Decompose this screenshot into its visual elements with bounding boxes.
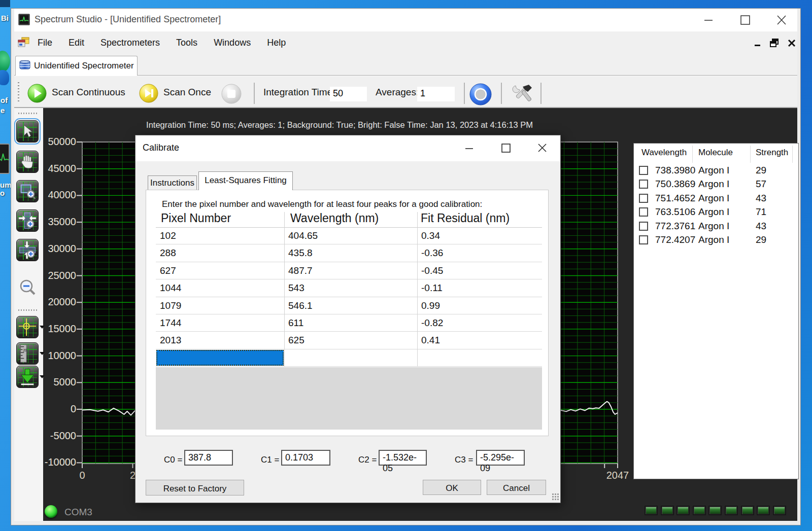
ok-button[interactable]: OK xyxy=(423,480,481,495)
cell-fit-residual[interactable]: -0.82 xyxy=(421,317,443,329)
averages-input[interactable]: 1 xyxy=(417,87,455,101)
mdi-restore-button[interactable] xyxy=(769,38,780,49)
peaks-row[interactable]: 751.4652 Argon I 43 xyxy=(634,192,798,206)
desktop-icon-swoosh[interactable] xyxy=(0,70,9,85)
cell-pixel-number[interactable]: 2013 xyxy=(160,335,181,346)
peak-checkbox[interactable] xyxy=(639,166,648,175)
mdi-minimize-button[interactable] xyxy=(753,38,764,49)
grid-column-line xyxy=(417,212,418,367)
menu-edit[interactable]: Edit xyxy=(60,38,92,48)
cell-wavelength[interactable]: 404.65 xyxy=(288,230,318,241)
peaks-row[interactable]: 738.3980 Argon I 29 xyxy=(634,164,798,178)
menu-spectrometers[interactable]: Spectrometers xyxy=(92,38,168,48)
coefficient-input[interactable]: 387.8 xyxy=(184,450,233,466)
cell-fit-residual[interactable]: 0.41 xyxy=(421,335,440,346)
peak-checkbox[interactable] xyxy=(639,207,648,217)
peaks-row[interactable]: 763.5106 Argon I 71 xyxy=(634,205,798,220)
coefficient-label: C0 = xyxy=(164,455,182,465)
maximize-button[interactable] xyxy=(738,14,752,27)
grid-row[interactable]: 102 404.65 0.34 xyxy=(156,227,542,244)
peak-wavelength: 738.3980 xyxy=(655,165,695,176)
peaks-list-panel: WavelengthMoleculeStrength 738.3980 Argo… xyxy=(633,143,799,479)
cell-fit-residual[interactable]: 0.34 xyxy=(421,230,440,241)
peak-checkbox[interactable] xyxy=(639,194,648,203)
menu-help[interactable]: Help xyxy=(259,38,294,48)
peaks-column-header[interactable]: Strength xyxy=(756,148,788,158)
tab-least-squares-fitting[interactable]: Least-Squares Fitting xyxy=(198,171,293,190)
menu-windows[interactable]: Windows xyxy=(206,38,259,48)
cell-wavelength[interactable]: 435.8 xyxy=(288,247,313,259)
calibrate-dialog-titlebar[interactable]: Calibrate xyxy=(136,135,560,161)
minimize-button[interactable] xyxy=(702,14,715,27)
cell-wavelength[interactable]: 543 xyxy=(288,282,304,294)
grid-row[interactable]: 1744 611 -0.82 xyxy=(156,314,542,332)
cell-wavelength[interactable]: 487.7 xyxy=(288,265,313,276)
cell-wavelength[interactable]: 546.1 xyxy=(288,300,313,311)
scan-continuous-icon xyxy=(27,84,47,103)
coefficient-input[interactable]: 0.1703 xyxy=(281,450,330,466)
peak-checkbox[interactable] xyxy=(639,222,648,231)
menu-bar: FileEditSpectrometersToolsWindowsHelp xyxy=(14,31,797,54)
cancel-button[interactable]: Cancel xyxy=(487,480,546,495)
calibration-grid[interactable]: Pixel NumberWavelength (nm)Fit Residual … xyxy=(156,209,542,430)
coefficient-input[interactable]: -1.532e-05 xyxy=(379,450,427,466)
grid-row[interactable]: 2013 625 0.41 xyxy=(156,332,542,349)
grid-row[interactable]: 288 435.8 -0.36 xyxy=(156,244,542,262)
dialog-minimize-button[interactable] xyxy=(463,142,476,155)
cell-wavelength[interactable]: 611 xyxy=(288,317,303,329)
scan-continuous-button[interactable]: Scan Continuous xyxy=(52,87,125,98)
tab-instructions[interactable]: Instructions xyxy=(148,175,197,190)
grid-column-header[interactable]: Pixel Number xyxy=(161,211,231,225)
menu-file[interactable]: File xyxy=(29,38,60,48)
peak-checkbox[interactable] xyxy=(639,235,648,244)
grid-column-header[interactable]: Wavelength (nm) xyxy=(290,211,379,225)
column-separator xyxy=(750,146,751,163)
cell-fit-residual[interactable]: -0.36 xyxy=(421,247,443,259)
dialog-close-button[interactable] xyxy=(536,142,549,155)
cell-fit-residual[interactable]: -0.45 xyxy=(421,265,443,276)
com-status-led xyxy=(45,505,57,518)
grid-column-header[interactable]: Fit Residual (nm) xyxy=(421,211,510,225)
peaks-row[interactable]: 750.3869 Argon I 57 xyxy=(634,178,798,192)
tab-unidentified-spectrometer[interactable]: Unidentified Spectrometer xyxy=(15,56,138,76)
desktop-icon-logo[interactable] xyxy=(0,51,10,72)
selected-cell[interactable] xyxy=(156,350,284,366)
reset-to-factory-button[interactable]: Reset to Factory xyxy=(146,480,244,495)
coefficient-label: C3 = xyxy=(455,455,473,465)
peak-checkbox[interactable] xyxy=(639,180,648,189)
peaks-column-header[interactable]: Molecule xyxy=(698,148,733,158)
peaks-column-header[interactable]: Wavelength xyxy=(641,148,687,158)
integration-time-label: Integration Time: xyxy=(263,87,335,98)
peaks-row[interactable]: 772.3761 Argon I 43 xyxy=(634,220,798,234)
record-button[interactable] xyxy=(469,83,492,105)
settings-tools-button[interactable] xyxy=(510,83,535,105)
peak-strength: 71 xyxy=(756,206,766,218)
integration-time-input[interactable]: 50 xyxy=(330,87,367,101)
cell-fit-residual[interactable]: -0.11 xyxy=(421,282,443,294)
cell-pixel-number[interactable]: 627 xyxy=(160,265,176,276)
cell-wavelength[interactable]: 625 xyxy=(288,335,304,346)
toolbar-grip[interactable] xyxy=(18,82,19,102)
grid-row[interactable]: 1044 543 -0.11 xyxy=(156,279,542,297)
coefficient-input[interactable]: -5.295e-09 xyxy=(476,450,525,466)
cell-pixel-number[interactable]: 1744 xyxy=(160,317,181,329)
grid-row[interactable]: 627 487.7 -0.45 xyxy=(156,262,542,279)
desktop-icon-spectrum-app[interactable] xyxy=(0,144,10,174)
cell-pixel-number[interactable]: 288 xyxy=(160,247,176,259)
cell-pixel-number[interactable]: 1044 xyxy=(160,282,181,294)
cell-fit-residual[interactable]: 0.99 xyxy=(421,300,440,311)
dialog-maximize-button[interactable] xyxy=(499,142,513,155)
cell-pixel-number[interactable]: 102 xyxy=(160,230,176,241)
scan-once-button[interactable]: Scan Once xyxy=(163,87,211,98)
menu-tools[interactable]: Tools xyxy=(168,38,206,48)
stop-button[interactable] xyxy=(221,84,242,104)
peak-wavelength: 772.3761 xyxy=(655,221,695,232)
grid-row[interactable]: 1079 546.1 0.99 xyxy=(156,297,542,314)
mdi-close-button[interactable] xyxy=(786,38,797,49)
peaks-row[interactable]: 772.4207 Argon I 29 xyxy=(634,233,798,247)
resize-grip[interactable] xyxy=(552,493,559,500)
cell-pixel-number[interactable]: 1079 xyxy=(160,300,181,311)
desktop-icon-label: o xyxy=(0,189,5,197)
close-button[interactable] xyxy=(775,14,788,27)
title-bar[interactable]: Spectrum Studio - [Unidentified Spectrom… xyxy=(14,9,797,31)
